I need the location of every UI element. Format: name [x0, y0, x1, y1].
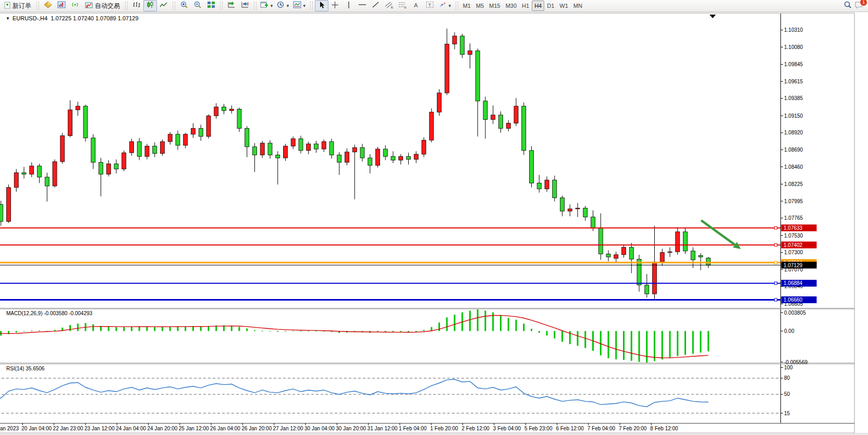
macd-bar — [169, 327, 171, 331]
macd-bar — [546, 331, 548, 335]
macd-bar — [308, 331, 309, 331]
candlestick-chart-button[interactable] — [143, 0, 157, 11]
horizontal-line-tool-button[interactable] — [356, 0, 369, 11]
macd-axis-label: 0.003805 — [784, 310, 806, 316]
new-chart-icon — [260, 1, 268, 10]
timeframe-m15[interactable]: M15 — [486, 1, 503, 11]
hline-handle[interactable] — [775, 282, 777, 284]
time-tick-label: 24 Jan 20:00 — [148, 426, 178, 431]
text-label-tool-button[interactable]: T — [423, 0, 437, 11]
trendline-tool-button[interactable] — [369, 0, 383, 11]
macd-bar — [146, 327, 148, 331]
cursor-tool-button[interactable] — [315, 0, 328, 11]
text-tool-button[interactable]: A — [410, 0, 423, 11]
time-tick-label: 20 Jan 04:00 — [21, 426, 52, 431]
trendline-icon — [372, 1, 380, 10]
templates-button[interactable]: ▼ — [291, 0, 308, 11]
macd-bar — [131, 327, 132, 331]
toolbar-grip — [220, 2, 223, 10]
channel-tool-button[interactable]: E — [383, 0, 396, 11]
chart-canvas[interactable]: 1.103101.100801.098451.096151.093851.091… — [0, 12, 868, 435]
macd-bar — [108, 327, 109, 331]
candle — [606, 254, 610, 257]
autoscroll-button[interactable] — [225, 0, 238, 11]
hline-handle[interactable] — [775, 244, 777, 246]
timeframe-w1[interactable]: W1 — [557, 1, 571, 11]
macd-bar — [646, 331, 647, 363]
macd-bar — [554, 331, 555, 338]
candle — [360, 147, 364, 158]
candle — [276, 155, 280, 158]
candle — [176, 134, 180, 145]
market-watch-button[interactable] — [55, 0, 68, 11]
timeframe-m1[interactable]: M1 — [460, 1, 473, 11]
chevron-down-icon: ▼ — [270, 4, 274, 8]
new-order-button[interactable]: 新订单 — [1, 0, 34, 11]
window-menu-icon[interactable]: ▼ — [6, 16, 10, 21]
macd-bar — [692, 331, 694, 354]
periods-button[interactable]: ▼ — [275, 0, 291, 11]
price-tick-label: 1.10310 — [784, 27, 803, 33]
line-chart-button[interactable] — [157, 0, 170, 11]
arrows-tool-button[interactable]: ▼ — [437, 0, 454, 11]
fibonacci-tool-button[interactable]: F — [396, 0, 410, 11]
macd-bar — [300, 331, 302, 331]
timeframe-mn[interactable]: MN — [571, 1, 585, 11]
timeframe-h4[interactable]: H4 — [532, 1, 544, 11]
price-tick-label: 1.08920 — [784, 130, 803, 135]
candle — [614, 255, 618, 258]
zoom-in-icon — [180, 1, 188, 11]
vertical-line-tool-button[interactable] — [342, 0, 356, 11]
chat-button[interactable]: 1 — [854, 1, 864, 11]
macd-bar — [200, 327, 202, 331]
timeframe-h1[interactable]: H1 — [519, 1, 532, 11]
candle — [299, 139, 303, 151]
macd-bar — [239, 327, 240, 331]
bar-chart-button[interactable] — [130, 0, 143, 11]
timeframe-d1[interactable]: D1 — [544, 1, 557, 11]
timeframe-m5[interactable]: M5 — [473, 1, 486, 11]
macd-bar — [69, 325, 71, 331]
new-chart-button[interactable]: ▼ — [259, 0, 275, 11]
zoom-out-icon — [193, 1, 202, 11]
candle — [499, 115, 503, 129]
rsi-axis-label: 15 — [784, 411, 790, 416]
candle — [114, 164, 118, 169]
candle — [368, 158, 372, 165]
cursor-icon — [318, 1, 325, 11]
signal-button[interactable] — [68, 0, 82, 11]
svg-text:1.07402: 1.07402 — [784, 242, 803, 248]
search-button[interactable] — [841, 0, 854, 11]
candle — [376, 149, 380, 165]
candle — [237, 109, 241, 128]
hline-handle[interactable] — [775, 261, 777, 264]
candle — [514, 106, 518, 123]
candle — [314, 144, 319, 149]
hline-handle[interactable] — [775, 299, 777, 301]
timeframe-m30[interactable]: M30 — [503, 1, 519, 11]
bar-chart-icon — [132, 1, 141, 10]
candle — [284, 146, 288, 158]
candle — [491, 115, 495, 120]
candle — [668, 252, 672, 252]
candle — [268, 143, 272, 155]
hline-handle[interactable] — [775, 227, 777, 229]
svg-text:1.07129: 1.07129 — [784, 263, 803, 268]
zoom-out-button[interactable] — [191, 0, 204, 11]
toolbar-grip — [456, 2, 458, 10]
crosshair-tool-button[interactable] — [328, 0, 342, 11]
candle — [122, 153, 126, 169]
macd-bar — [162, 327, 163, 331]
candle — [622, 247, 626, 255]
tile-windows-button[interactable] — [204, 0, 218, 11]
zoom-in-button[interactable] — [177, 0, 191, 11]
rsi-axis-label: 100 — [784, 365, 793, 370]
time-tick-label: 19 Jan 2023 — [0, 426, 19, 431]
macd-bar — [31, 330, 32, 331]
autotrading-button[interactable]: 自动交易 — [82, 0, 123, 11]
gold-button[interactable] — [41, 0, 55, 11]
chart-shift-button[interactable] — [238, 0, 252, 11]
window-bottom-strip — [0, 433, 868, 435]
signal-icon — [71, 1, 79, 10]
macd-bar — [185, 327, 186, 331]
